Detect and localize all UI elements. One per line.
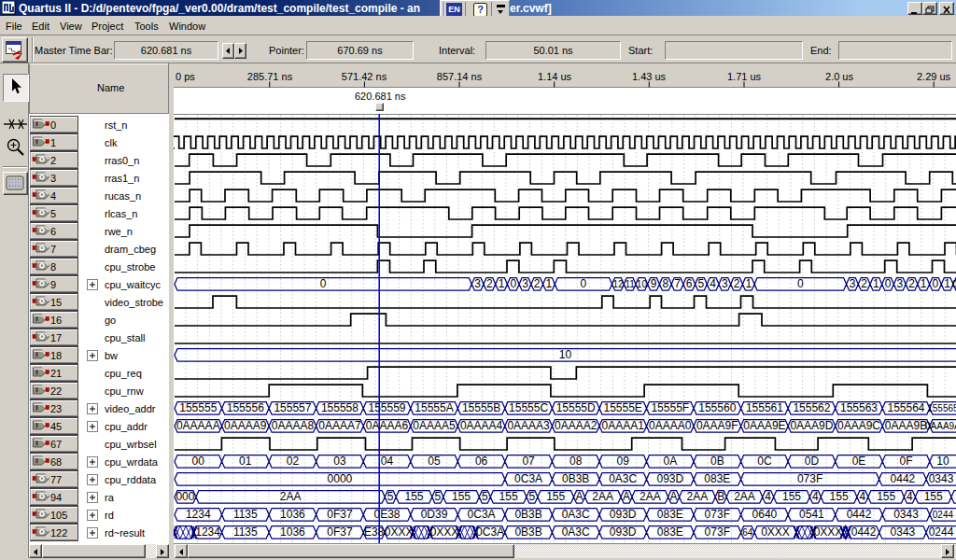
svg-text:0640: 0640	[752, 508, 778, 521]
svg-text:0: 0	[50, 119, 56, 131]
svg-text:03: 03	[333, 455, 346, 468]
svg-text:0AAA9A: 0AAA9A	[925, 421, 956, 431]
svg-text:2AA: 2AA	[280, 490, 302, 503]
svg-text:0XXX: 0XXX	[761, 525, 790, 539]
svg-text:0AAA9E: 0AAA9E	[743, 419, 785, 432]
svg-text:155565: 155565	[927, 403, 956, 413]
svg-text:0E38: 0E38	[373, 508, 400, 521]
svg-text:8: 8	[50, 261, 56, 273]
svg-text:3: 3	[722, 277, 728, 290]
svg-text:16: 16	[50, 315, 62, 326]
svg-text:0442: 0442	[891, 472, 916, 485]
svg-text:073F: 073F	[705, 525, 730, 539]
svg-text:2: 2	[908, 277, 915, 290]
svg-text:2: 2	[486, 277, 493, 290]
svg-text:1: 1	[921, 277, 927, 290]
svg-text:2AA: 2AA	[592, 490, 613, 503]
svg-text:0AAAA4: 0AAAA4	[460, 419, 503, 432]
svg-text:0: 0	[320, 277, 327, 290]
svg-text:15555F: 15555F	[651, 401, 689, 414]
svg-text:155558: 155558	[321, 401, 358, 414]
svg-text:cpu_rnw: cpu_rnw	[105, 385, 144, 397]
svg-text:155556: 155556	[227, 401, 264, 414]
svg-text:0343: 0343	[893, 508, 919, 521]
svg-text:rras0_n: rras0_n	[105, 155, 139, 166]
svg-text:video_strobe: video_strobe	[105, 297, 163, 308]
svg-text:E38: E38	[364, 525, 385, 539]
svg-text:0AAAA3: 0AAAA3	[507, 419, 550, 432]
svg-text:cpu_strobe: cpu_strobe	[105, 261, 155, 273]
svg-text:0: 0	[510, 277, 516, 290]
svg-text:0A: 0A	[663, 455, 677, 468]
svg-text:bw: bw	[105, 350, 118, 361]
svg-text:0000: 0000	[328, 472, 353, 485]
svg-text:0B: 0B	[710, 455, 724, 468]
svg-text:0B3B: 0B3B	[514, 525, 541, 539]
svg-text:15: 15	[50, 297, 62, 308]
svg-text:083E: 083E	[657, 525, 683, 539]
svg-text:155555: 155555	[179, 401, 217, 414]
svg-text:9: 9	[651, 277, 657, 290]
svg-text:15555C: 15555C	[509, 401, 548, 414]
svg-text:cpu_wrbsel: cpu_wrbsel	[105, 439, 157, 450]
svg-text:4: 4	[812, 490, 819, 503]
svg-text:0244: 0244	[929, 525, 954, 539]
svg-text:ra: ra	[105, 492, 115, 503]
svg-text:0XXX: 0XXX	[430, 525, 459, 539]
svg-text:00: 00	[192, 455, 205, 468]
svg-text:155557: 155557	[274, 401, 311, 414]
svg-text:0AAAA1: 0AAAA1	[602, 419, 645, 432]
svg-text:15555A: 15555A	[415, 401, 453, 414]
svg-text:cpu_rddata: cpu_rddata	[105, 474, 157, 485]
svg-text:0442: 0442	[847, 508, 872, 521]
svg-text:3: 3	[50, 173, 56, 184]
svg-text:4: 4	[50, 190, 56, 202]
svg-text:155560: 155560	[698, 401, 736, 414]
svg-text:155561: 155561	[746, 401, 783, 414]
svg-text:0B3B: 0B3B	[514, 508, 541, 521]
svg-text:09: 09	[617, 455, 630, 468]
svg-text:5: 5	[434, 490, 441, 503]
svg-text:0: 0	[952, 279, 956, 289]
svg-text:12: 12	[612, 279, 624, 289]
svg-text:155: 155	[830, 490, 849, 503]
svg-text:A: A	[670, 490, 678, 503]
svg-text:0C3A: 0C3A	[476, 525, 504, 539]
svg-text:0B3B: 0B3B	[562, 472, 589, 485]
svg-text:093D: 093D	[610, 525, 637, 539]
svg-text:02: 02	[287, 455, 300, 468]
svg-text:093D: 093D	[610, 508, 637, 521]
svg-text:1234: 1234	[195, 525, 220, 539]
svg-text:cpu_waitcyc: cpu_waitcyc	[105, 279, 161, 290]
svg-text:5: 5	[529, 490, 536, 503]
svg-text:B: B	[717, 490, 724, 503]
svg-text:10: 10	[936, 455, 949, 468]
svg-text:0AAA9B: 0AAA9B	[885, 419, 927, 432]
svg-text:cpu_wrdata: cpu_wrdata	[105, 456, 159, 468]
svg-text:04: 04	[381, 455, 394, 468]
svg-text:05: 05	[428, 455, 441, 468]
svg-text:0: 0	[797, 277, 804, 290]
svg-text:000: 000	[176, 490, 194, 503]
svg-text:0343: 0343	[929, 472, 954, 485]
svg-text:0AAAA8: 0AAAA8	[272, 419, 315, 432]
svg-text:155: 155	[546, 490, 565, 503]
svg-text:5: 5	[482, 490, 488, 503]
svg-text:2: 2	[534, 277, 541, 290]
svg-text:23: 23	[50, 403, 62, 414]
svg-text:1234: 1234	[186, 508, 211, 521]
svg-text:10: 10	[637, 279, 648, 289]
svg-text:4: 4	[710, 277, 716, 290]
svg-text:6: 6	[686, 277, 693, 290]
svg-text:0AAAA0: 0AAAA0	[649, 419, 692, 432]
svg-text:5: 5	[698, 277, 705, 290]
svg-text:0AAA9F: 0AAA9F	[696, 419, 738, 432]
svg-text:64: 64	[742, 527, 753, 538]
svg-text:1: 1	[546, 277, 553, 290]
svg-text:0AAAA5: 0AAAA5	[413, 419, 456, 432]
svg-text:9: 9	[50, 279, 56, 290]
svg-text:155: 155	[877, 490, 895, 503]
svg-text:0F37: 0F37	[327, 525, 353, 539]
svg-text:0F37: 0F37	[327, 508, 353, 521]
svg-text:A: A	[575, 490, 583, 503]
